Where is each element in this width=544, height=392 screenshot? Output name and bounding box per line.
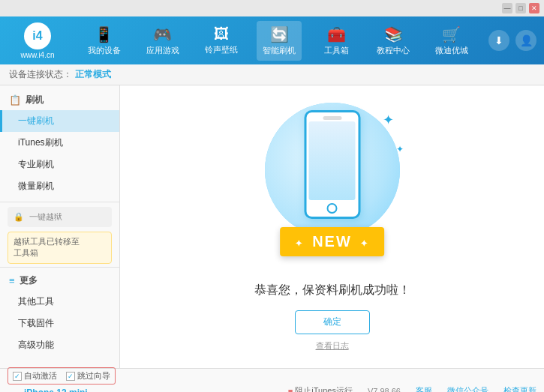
sidebar-divider-1 [0,202,119,202]
flash-section-icon: 📋 [9,94,21,106]
skip-wizard-check-icon: ✓ [66,372,75,381]
nav-item-apps-games[interactable]: 🎮 应用游戏 [140,21,185,61]
tutorials-icon: 📚 [384,25,403,43]
title-bar: — □ ✕ [0,0,544,16]
wechat-link[interactable]: 微信公众号 [447,385,488,392]
sidebar: 📋 刷机 一键刷机 iTunes刷机 专业刷机 微量刷机 🔒 一键越狱 越狱工具… [0,85,120,368]
nav-label-toolbox: 工具箱 [324,45,349,56]
main-layout: 📋 刷机 一键刷机 iTunes刷机 专业刷机 微量刷机 🔒 一键越狱 越狱工具… [0,85,544,368]
sidebar-item-pro-flash[interactable]: 专业刷机 [0,154,119,175]
toolbox-icon: 🧰 [327,25,346,43]
itunes-status: ■ 阻止iTunes运行 [288,385,353,392]
sidebar-item-other-tools[interactable]: 其他工具 [0,291,119,313]
ringtones-icon: 🖼 [214,25,229,43]
sidebar-item-download-firmware[interactable]: 下载固件 [0,313,119,334]
maximize-button[interactable]: □ [515,3,526,13]
nav-label-apps-games: 应用游戏 [146,45,179,56]
nav-item-smart-shop[interactable]: 🔄 智能刷机 [257,21,302,61]
device-details: iPhone 12 mini 64GB Down-12mini-13,1 [24,388,88,392]
device-info: 📱 iPhone 12 mini 64GB Down-12mini-13,1 [8,388,116,392]
success-text: 恭喜您，保资料刷机成功啦！ [254,283,410,298]
nav-label-ringtones: 铃声壁纸 [205,44,238,55]
skip-wizard-checkbox[interactable]: ✓ 跳过向导 [66,370,110,382]
lock-icon: 🔒 [14,212,24,221]
nav-item-toolbox[interactable]: 🧰 工具箱 [315,21,357,61]
weidiyou-icon: 🛒 [442,25,461,43]
nav-right: ⬇ 👤 [488,30,536,51]
nav-label-my-device: 我的设备 [88,45,121,56]
sparkle-top-icon: ✦ [383,112,394,128]
nav-label-tutorials: 教程中心 [377,45,410,56]
smart-shop-icon: 🔄 [270,25,289,43]
more-section-label: 更多 [20,274,38,287]
secondary-link[interactable]: 查看日志 [316,340,349,352]
nav-label-weidiyou: 微迪优城 [435,45,468,56]
bottom-right: ■ 阻止iTunes运行 V7.98.66 客服 微信公众号 检查更新 [288,385,536,392]
stop-icon: ■ [288,387,293,393]
warning-text: 越狱工具已转移至工具箱 [14,237,80,257]
flash-section-label: 刷机 [26,94,44,106]
warning-box: 越狱工具已转移至工具箱 [8,232,112,264]
more-section-header: ≡ 更多 [0,271,119,291]
status-value: 正常模式 [75,68,111,81]
nav-items: 📱 我的设备 🎮 应用游戏 🖼 铃声壁纸 🔄 智能刷机 🧰 工具箱 📚 教程中心… [75,21,481,61]
phone-body [304,110,360,219]
nav-item-tutorials[interactable]: 📚 教程中心 [371,21,416,61]
header: i4 www.i4.cn 📱 我的设备 🎮 应用游戏 🖼 铃声壁纸 🔄 智能刷机… [0,16,544,64]
locked-section: 🔒 一键越狱 [8,207,112,227]
logo-subtitle: www.i4.cn [20,51,54,59]
nav-item-my-device[interactable]: 📱 我的设备 [82,21,127,61]
sidebar-item-preserve-flash[interactable]: 微量刷机 [0,175,119,197]
nav-item-weidiyou[interactable]: 🛒 微迪优城 [429,21,474,61]
version-text: V7.98.66 [368,387,401,393]
user-button[interactable]: 👤 [515,30,536,51]
confirm-button[interactable]: 确定 [295,310,370,334]
sidebar-divider-2 [0,267,119,268]
logo-area: i4 www.i4.cn [8,22,68,59]
close-button[interactable]: ✕ [529,3,539,13]
phone-illustration: ✦ ✦ ✦ NEW ✦ [257,103,407,268]
flash-section: 📋 刷机 一键刷机 iTunes刷机 专业刷机 微量刷机 [0,90,119,197]
update-link[interactable]: 检查更新 [503,385,536,392]
status-bar: 设备连接状态： 正常模式 [0,64,544,85]
apps-games-icon: 🎮 [153,25,172,43]
nav-item-ringtones[interactable]: 🖼 铃声壁纸 [199,21,244,60]
content-area: ✦ ✦ ✦ NEW ✦ 恭喜您，保资料刷机成功啦！ 确定 查看日志 [120,85,544,368]
service-link[interactable]: 客服 [416,385,432,392]
auto-activate-checkbox[interactable]: ✓ 自动激活 [13,370,57,382]
bottom-left: ✓ 自动激活 ✓ 跳过向导 📱 iPhone 12 mini 64GB Down… [8,367,116,392]
auto-activate-check-icon: ✓ [13,372,22,381]
logo-icon: i4 [24,22,51,49]
sparkle-right-icon: ✦ [396,144,404,154]
new-badge: ✦ NEW ✦ [280,227,385,256]
device-name: iPhone 12 mini [24,388,88,392]
status-label: 设备连接状态： [9,68,72,81]
checkbox-area: ✓ 自动激活 ✓ 跳过向导 [8,367,116,385]
my-device-icon: 📱 [95,25,113,43]
more-section-icon: ≡ [9,275,15,286]
sidebar-item-itunes-flash[interactable]: iTunes刷机 [0,132,119,154]
minimize-button[interactable]: — [502,3,512,13]
locked-label: 一键越狱 [29,212,62,221]
bottom-bar: ✓ 自动激活 ✓ 跳过向导 📱 iPhone 12 mini 64GB Down… [0,368,544,392]
flash-section-header: 📋 刷机 [0,90,119,110]
sidebar-item-one-click-flash[interactable]: 一键刷机 [0,110,119,132]
nav-label-smart-shop: 智能刷机 [263,45,296,56]
download-button[interactable]: ⬇ [488,30,509,51]
sidebar-item-advanced[interactable]: 高级功能 [0,334,119,356]
